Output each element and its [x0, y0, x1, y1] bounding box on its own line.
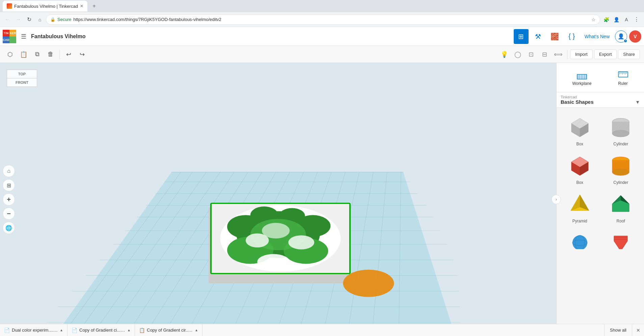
download-icon-2: 📄	[72, 328, 77, 333]
download-chevron-3: ▲	[195, 328, 198, 332]
workplane-button[interactable]: Workplane	[567, 67, 597, 88]
address-bar[interactable]: 🔒 Secure https://www.tinkercad.com/thing…	[46, 15, 600, 25]
shape-cylinder-gray-icon	[607, 113, 634, 140]
import-button[interactable]: Import	[570, 49, 593, 59]
tab-bar: Fantabulous Vihelmo | Tinkercad ✕ +	[0, 0, 644, 12]
shape-cylinder-gray-label: Cylinder	[613, 142, 628, 146]
viewport-3d[interactable]: Workplane	[0, 63, 556, 336]
shape-sphere-blue[interactable]	[561, 233, 599, 249]
shape-cylinder-orange[interactable]: Cylinder	[602, 150, 640, 186]
ruler-label: Ruler	[618, 81, 628, 86]
shapes-dropdown[interactable]: Tinkercad Basic Shapes ▼	[557, 92, 644, 108]
shape-pyramid-label: Pyramid	[572, 219, 587, 223]
url-text: https://www.tinkercad.com/things/7RGjiK5…	[73, 17, 221, 22]
shape-box-gray-icon	[566, 113, 593, 140]
shape-roof-label: Roof	[617, 219, 625, 223]
extensions-btn[interactable]: 🧩	[601, 15, 611, 24]
undo-button[interactable]: ↩	[62, 48, 75, 61]
shape-box-gray-label: Box	[576, 142, 583, 146]
grid-view-button[interactable]: ⊞	[514, 29, 529, 44]
shape-cylinder-gray[interactable]: Cylinder	[602, 112, 640, 148]
blocks-button[interactable]: 🧱	[547, 29, 562, 44]
add-user-button[interactable]: 👤+	[615, 30, 627, 43]
panel-top-actions: Workplane Ruler	[557, 63, 644, 92]
svg-point-50	[343, 270, 394, 297]
fit-button[interactable]: ⊡	[525, 48, 537, 61]
active-tab[interactable]: Fantabulous Vihelmo | Tinkercad ✕	[3, 1, 87, 11]
workplane-label: Workplane	[572, 81, 591, 86]
download-chevron-2: ▲	[127, 328, 131, 332]
paste-button[interactable]: 📋	[18, 48, 30, 61]
download-chevron-1: ▲	[60, 328, 63, 332]
svg-point-94	[612, 169, 629, 175]
tab-close-icon[interactable]: ✕	[80, 4, 83, 8]
profile-btn[interactable]: 👤	[612, 15, 621, 24]
tools-button[interactable]: ⚒	[531, 29, 545, 44]
mirror-button[interactable]: ⟺	[552, 48, 564, 61]
reload-button[interactable]: ↻	[24, 15, 34, 24]
menu-button[interactable]: ☰	[18, 31, 29, 42]
shape-roof-green[interactable]: Roof	[602, 189, 640, 225]
tab-favicon	[7, 3, 12, 9]
browser-chrome: Fantabulous Vihelmo | Tinkercad ✕ + ← → …	[0, 0, 644, 27]
zoom-out-button[interactable]: −	[3, 208, 15, 220]
align-button[interactable]: ⊟	[539, 48, 551, 61]
app-toolbar: ⬡ 📋 ⧉ 🗑 ↩ ↪ 💡 ◯ ⊡ ⊟ ⟺ Import Export Shar…	[0, 46, 644, 63]
delete-button[interactable]: 🗑	[45, 48, 57, 61]
fit-view-button[interactable]: ⊞	[3, 179, 15, 191]
tinkercad-logo[interactable]: TIN KER CAD	[3, 30, 16, 43]
view-button[interactable]: ◯	[512, 48, 524, 61]
viewport-left-controls: ⌂ ⊞ + − 🌐	[3, 165, 15, 234]
downloads-close-button[interactable]: ✕	[632, 324, 644, 336]
download-item-3[interactable]: 📋 Copy of Gradient cir...... ▲	[135, 324, 203, 336]
amazon-btn[interactable]: A	[622, 15, 631, 24]
user-avatar[interactable]: V	[629, 30, 641, 43]
view-cube-top[interactable]: TOP	[7, 70, 37, 78]
shape-screw-red[interactable]	[602, 233, 640, 249]
svg-point-47	[288, 235, 314, 249]
shape-roof-green-icon	[607, 190, 634, 217]
more-btn[interactable]: ⋮	[632, 15, 641, 24]
view-cube[interactable]: TOP FRONT	[7, 70, 37, 92]
home-button[interactable]: ⌂	[35, 15, 45, 24]
zoom-in-button[interactable]: +	[3, 193, 15, 206]
redo-button[interactable]: ↪	[76, 48, 88, 61]
duplicate-button[interactable]: ⧉	[31, 48, 43, 61]
right-panel-wrapper: ›	[556, 63, 644, 336]
show-all-button[interactable]: Show all	[604, 324, 632, 336]
secure-icon: 🔒	[50, 17, 55, 22]
shape-pyramid-yellow[interactable]: Pyramid	[561, 189, 599, 225]
shape-box-red-label: Box	[576, 180, 583, 185]
new-tab-btn[interactable]: +	[89, 1, 99, 11]
svg-point-103	[572, 235, 587, 249]
svg-marker-106	[614, 236, 627, 249]
forward-button[interactable]: →	[14, 15, 23, 24]
shapes-label: Basic Shapes	[561, 99, 594, 105]
code-button[interactable]: { }	[564, 29, 579, 44]
ruler-button[interactable]: Ruler	[612, 67, 634, 88]
share-button[interactable]: Share	[618, 49, 640, 59]
download-icon-1: 📄	[4, 328, 10, 333]
download-item-1[interactable]: 📄 Dual color experim....zip ▲	[0, 324, 68, 336]
copy-paste-button[interactable]: ⬡	[4, 48, 16, 61]
view-cube-front[interactable]: FRONT	[7, 78, 37, 87]
whats-new-button[interactable]: What's New	[581, 32, 613, 41]
shape-cylinder-orange-label: Cylinder	[613, 180, 628, 185]
svg-point-78	[612, 130, 629, 137]
tab-title: Fantabulous Vihelmo | Tinkercad	[14, 4, 78, 9]
shape-cylinder-orange-icon	[607, 152, 634, 179]
bookmark-icon[interactable]: ☆	[591, 17, 596, 22]
downloads-bar: 📄 Dual color experim....zip ▲ 📄 Copy of …	[0, 324, 644, 336]
download-item-2[interactable]: 📄 Copy of Gradient ci....zip ▲	[68, 324, 135, 336]
orientation-button[interactable]: 🌐	[3, 222, 15, 234]
shape-box-gray[interactable]: Box	[561, 112, 599, 148]
home-view-button[interactable]: ⌂	[3, 165, 15, 177]
shape-box-red[interactable]: Box	[561, 150, 599, 186]
panel-collapse-button[interactable]: ›	[552, 195, 561, 204]
export-button[interactable]: Export	[594, 49, 617, 59]
right-panel: Workplane Ruler	[556, 63, 644, 336]
light-button[interactable]: 💡	[498, 48, 510, 61]
shapes-grid-bottom	[557, 229, 644, 249]
back-button[interactable]: ←	[3, 15, 12, 24]
svg-point-46	[246, 233, 269, 247]
